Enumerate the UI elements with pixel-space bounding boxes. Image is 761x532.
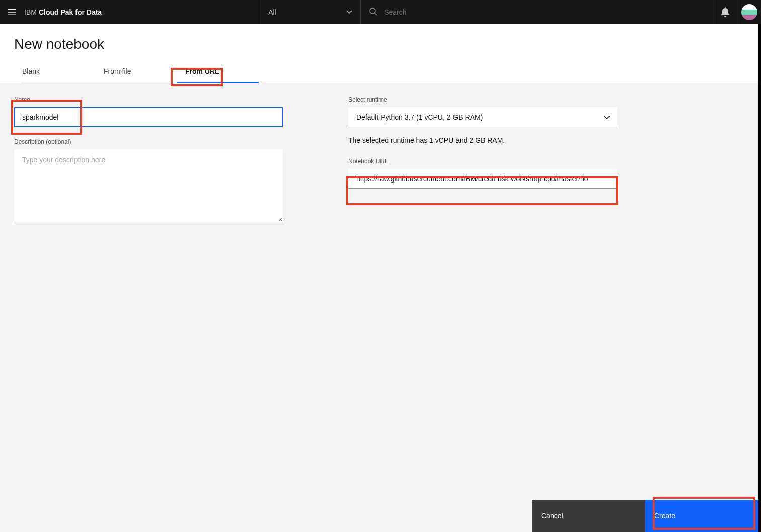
- filter-dropdown[interactable]: All: [260, 0, 360, 24]
- footer-actions: Cancel Create: [532, 500, 758, 532]
- field-description: Description (optional): [14, 138, 283, 224]
- notebook-url-input[interactable]: [348, 169, 617, 189]
- create-button[interactable]: Create: [645, 500, 758, 532]
- tabs: Blank From file From URL: [14, 61, 744, 83]
- field-notebook-url: Notebook URL: [348, 158, 617, 189]
- chevron-down-icon: [346, 10, 352, 14]
- avatar-icon: [741, 4, 757, 20]
- user-avatar[interactable]: [737, 0, 761, 24]
- name-input[interactable]: [14, 107, 283, 127]
- field-runtime: Select runtime: [348, 96, 617, 127]
- brand-prefix: IBM: [24, 8, 37, 16]
- page-title: New notebook: [14, 36, 744, 52]
- search-icon: [369, 7, 378, 18]
- filter-selected: All: [268, 8, 276, 16]
- runtime-select[interactable]: [348, 107, 617, 127]
- brand: IBM Cloud Pak for Data: [24, 8, 114, 16]
- global-search[interactable]: [360, 0, 713, 24]
- form-col-right: Select runtime The selected runtime has …: [348, 96, 617, 519]
- tab-from-file[interactable]: From file: [96, 61, 177, 83]
- cancel-button[interactable]: Cancel: [532, 500, 645, 532]
- name-label: Name: [14, 96, 283, 103]
- global-header: IBM Cloud Pak for Data All: [0, 0, 761, 24]
- field-name: Name: [14, 96, 283, 127]
- search-input[interactable]: [384, 8, 705, 16]
- brand-product: Cloud Pak for Data: [39, 8, 102, 16]
- page-content: New notebook Blank From file From URL Na…: [0, 24, 758, 532]
- svg-point-0: [370, 8, 375, 14]
- menu-icon[interactable]: [0, 0, 24, 24]
- notebook-url-label: Notebook URL: [348, 158, 617, 165]
- description-label: Description (optional): [14, 138, 283, 145]
- form-area: Name Description (optional) Select runti…: [0, 83, 758, 532]
- description-input[interactable]: [14, 149, 283, 222]
- form-col-left: Name Description (optional): [14, 96, 283, 519]
- runtime-description: The selected runtime has 1 vCPU and 2 GB…: [348, 136, 617, 144]
- tab-blank[interactable]: Blank: [14, 61, 96, 83]
- notifications-icon[interactable]: [713, 0, 737, 24]
- runtime-label: Select runtime: [348, 96, 617, 103]
- tab-from-url[interactable]: From URL: [177, 61, 259, 83]
